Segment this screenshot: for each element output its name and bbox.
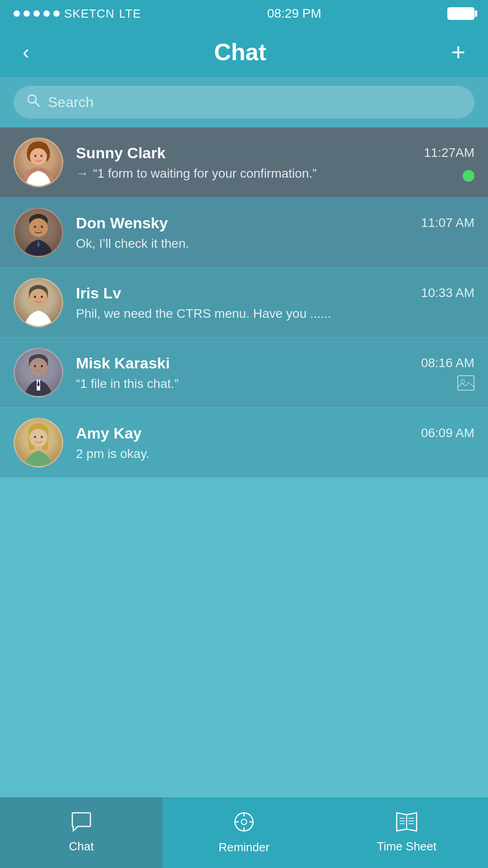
svg-point-11 <box>29 218 48 237</box>
signal-dot-1 <box>14 10 20 17</box>
avatar-sunny-clark <box>14 137 63 187</box>
chat-preview-5: 2 pm is okay. <box>76 447 150 461</box>
chat-top-row-5: Amy Kay 06:09 AM <box>76 425 474 442</box>
svg-point-17 <box>34 296 36 298</box>
chat-top-row-4: Misk Karaski 08:16 AM <box>76 354 474 372</box>
add-button[interactable]: + <box>446 33 470 71</box>
svg-point-9 <box>40 155 42 157</box>
chat-item-4[interactable]: Misk Karaski 08:16 AM “1 file in this ch… <box>0 338 488 408</box>
chat-name-4: Misk Karaski <box>76 354 170 372</box>
chat-name-1: Sunny Clark <box>76 144 165 162</box>
chat-tab-label: Chat <box>69 840 94 854</box>
svg-rect-25 <box>458 376 474 390</box>
chat-message-5: 2 pm is okay. <box>76 447 474 461</box>
svg-point-13 <box>41 226 43 228</box>
svg-point-34 <box>241 819 247 825</box>
svg-point-16 <box>29 289 47 307</box>
chat-item-3[interactable]: Iris Lv 10:33 AM Phil, we need the CTRS … <box>0 268 488 338</box>
reminder-tab-label: Reminder <box>219 840 270 854</box>
chat-item-1[interactable]: Sunny Clark 11:27AM → “1 form to waiting… <box>0 127 488 198</box>
signal-dot-4 <box>43 10 50 17</box>
tab-bar: Chat Reminder <box>0 797 488 868</box>
online-status-dot <box>463 170 474 182</box>
status-left: SKETCN LTE <box>14 7 141 21</box>
chat-item-5[interactable]: Amy Kay 06:09 AM 2 pm is okay. <box>0 408 488 478</box>
header: ‹ Chat + <box>0 27 488 77</box>
chat-tab-icon <box>70 812 92 835</box>
chat-top-row-3: Iris Lv 10:33 AM <box>76 284 474 302</box>
chat-preview-2: Ok, I’ll check it then. <box>76 236 189 251</box>
avatar-amy-kay <box>14 418 63 467</box>
svg-point-32 <box>41 436 43 438</box>
svg-point-22 <box>34 365 36 367</box>
chat-time-1: 11:27AM <box>424 146 474 160</box>
svg-point-7 <box>30 148 47 165</box>
search-container: Search <box>0 77 488 127</box>
file-attachment-icon <box>457 375 474 395</box>
avatar-don-wensky <box>14 208 63 257</box>
timesheet-tab-label: Time Sheet <box>377 840 436 854</box>
signal-dot-5 <box>53 10 60 17</box>
avatar-iris-lv <box>14 278 63 327</box>
signal-dot-2 <box>23 10 30 17</box>
back-button[interactable]: ‹ <box>18 36 34 68</box>
chat-top-row-1: Sunny Clark 11:27AM <box>76 144 474 162</box>
chat-message-2: Ok, I’ll check it then. <box>76 236 474 251</box>
chat-preview-4: “1 file in this chat.” <box>76 377 178 391</box>
chat-time-3: 10:33 AM <box>421 286 474 300</box>
chat-message-4: “1 file in this chat.” <box>76 377 474 391</box>
battery-icon <box>447 7 474 20</box>
svg-point-30 <box>29 429 47 447</box>
chat-item-2[interactable]: Don Wensky 11:07 AM Ok, I’ll check it th… <box>0 198 488 268</box>
svg-point-26 <box>461 380 465 383</box>
chat-content-1: Sunny Clark 11:27AM → “1 form to waiting… <box>76 144 474 181</box>
chat-preview-3: Phil, we need the CTRS menu. Have you ..… <box>76 307 331 321</box>
page-title: Chat <box>214 38 267 66</box>
svg-point-12 <box>34 226 36 228</box>
search-icon <box>26 93 41 111</box>
network-label: LTE <box>119 7 141 21</box>
status-time: 08:29 PM <box>267 6 321 21</box>
chat-list: Sunny Clark 11:27AM → “1 form to waiting… <box>0 127 488 478</box>
timesheet-tab-icon <box>395 812 418 835</box>
chat-content-5: Amy Kay 06:09 AM 2 pm is okay. <box>76 425 474 461</box>
forward-arrow-icon: → <box>76 166 89 181</box>
chat-content-4: Misk Karaski 08:16 AM “1 file in this ch… <box>76 354 474 391</box>
tab-reminder[interactable]: Reminder <box>163 797 325 868</box>
status-bar: SKETCN LTE 08:29 PM <box>0 0 488 27</box>
chat-preview-1: “1 form to waiting for your confirmation… <box>93 166 317 181</box>
tab-timesheet[interactable]: Time Sheet <box>325 797 488 868</box>
chat-content-3: Iris Lv 10:33 AM Phil, we need the CTRS … <box>76 284 474 321</box>
svg-point-31 <box>34 436 36 438</box>
svg-point-18 <box>41 296 43 298</box>
chat-name-5: Amy Kay <box>76 425 142 442</box>
signal-dots <box>14 10 60 17</box>
chat-message-1: → “1 form to waiting for your confirmati… <box>76 166 474 181</box>
tab-chat[interactable]: Chat <box>0 797 163 868</box>
avatar-misk-karaski <box>14 348 63 397</box>
chat-time-5: 06:09 AM <box>421 426 474 440</box>
chat-time-2: 11:07 AM <box>421 216 474 230</box>
search-input[interactable]: Search <box>48 94 462 111</box>
svg-line-1 <box>35 102 39 106</box>
chat-content-2: Don Wensky 11:07 AM Ok, I’ll check it th… <box>76 214 474 251</box>
svg-point-23 <box>41 365 43 367</box>
chat-name-3: Iris Lv <box>76 284 121 302</box>
chat-name-2: Don Wensky <box>76 214 168 232</box>
svg-point-21 <box>29 358 47 376</box>
carrier-label: SKETCN <box>64 7 114 21</box>
reminder-tab-icon <box>233 811 255 836</box>
chat-top-row-2: Don Wensky 11:07 AM <box>76 214 474 232</box>
chat-message-3: Phil, we need the CTRS menu. Have you ..… <box>76 307 474 321</box>
search-bar[interactable]: Search <box>14 86 474 118</box>
signal-dot-3 <box>33 10 40 17</box>
chat-time-4: 08:16 AM <box>421 356 474 370</box>
svg-point-8 <box>34 155 37 157</box>
